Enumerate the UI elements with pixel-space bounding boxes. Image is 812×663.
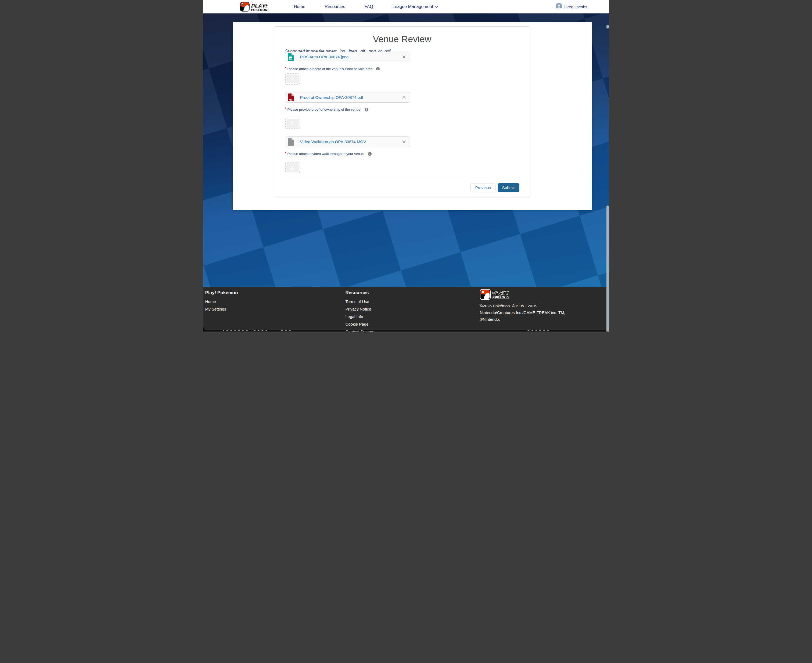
- nav-item-league-management[interactable]: League Management: [393, 4, 438, 9]
- remove-file-button[interactable]: [402, 139, 406, 144]
- field-label-text: Please attach a video walk through of yo…: [288, 152, 365, 156]
- upload-group: Video Walkthrough OPA-30874.MOV *Please …: [285, 136, 519, 173]
- page-title: Venue Review: [285, 34, 519, 44]
- nav-item-faq[interactable]: FAQ: [365, 4, 373, 9]
- copyright-text: ©2026 Pokémon. ©1995 - 2026Nintendo/Crea…: [480, 302, 593, 323]
- file-link[interactable]: POS Area OPA-30874.jpeg: [300, 55, 349, 59]
- field-label: *Please attach a video walk through of y…: [285, 152, 519, 156]
- field-label: *Please provide proof of ownership of th…: [285, 107, 519, 112]
- required-asterisk: *: [285, 151, 286, 155]
- close-icon: [402, 140, 406, 144]
- footer-heading-resources: Resources: [346, 290, 375, 296]
- scrollbar-thumb[interactable]: [607, 205, 609, 332]
- footer-link-my-settings[interactable]: My Settings: [205, 307, 226, 311]
- close-icon: [402, 55, 406, 58]
- uploaded-file-chip: Video Walkthrough OPA-30874.MOV: [285, 136, 410, 147]
- footer-list-item: Legal Info: [346, 314, 375, 319]
- user-avatar-icon: [556, 3, 562, 10]
- chevron-down-icon: [435, 6, 438, 8]
- footer-link-cookie-page[interactable]: Cookie Page: [346, 322, 369, 327]
- logo-play-text: PLAY!: [251, 3, 269, 8]
- footer-link-contact-support[interactable]: Contact Support: [346, 329, 375, 332]
- top-navbar: PLAY! POKÉMON. HomeResourcesFAQLeague Ma…: [203, 0, 609, 13]
- clipped-text-fragment: [527, 330, 551, 331]
- pdf-file-icon: PDF: [288, 93, 294, 102]
- play-pokemon-badge-icon: [240, 2, 250, 13]
- footer-play-pokemon-logo: PLAY! POKÉMON.: [480, 289, 593, 300]
- info-icon[interactable]: [368, 152, 372, 156]
- info-icon[interactable]: [376, 67, 380, 70]
- field-label: *Please attach a photo of the venue’s Po…: [285, 66, 519, 70]
- upload-icon: [286, 163, 299, 172]
- image-file-icon: [288, 53, 294, 61]
- footer-list-item: Privacy Notice: [346, 307, 375, 312]
- upload-group: POS Area OPA-30874.jpeg *Please attach a…: [285, 52, 519, 85]
- content-panel: Venue Review Supported image file types:…: [233, 22, 592, 210]
- remove-file-button[interactable]: [402, 55, 406, 59]
- copyright-line: ®Nintendo.: [480, 316, 593, 323]
- logo-pokemon-text: POKÉMON.: [492, 296, 510, 299]
- upload-group: PDFProof of Ownership OPA-30874.pdf *Ple…: [285, 92, 519, 129]
- primary-nav: HomeResourcesFAQLeague Management: [294, 0, 438, 13]
- logo-play-text: PLAY!: [492, 290, 510, 296]
- field-label-text: Please provide proof of ownership of the…: [288, 107, 361, 112]
- previous-button[interactable]: Previous: [471, 183, 495, 192]
- footer-list-item: Terms of Use: [346, 299, 375, 304]
- footer-list-item: Home: [205, 299, 238, 304]
- upload-icon: [286, 75, 299, 83]
- copyright-line: Nintendo/Creatures Inc./GAME FREAK inc. …: [480, 309, 593, 316]
- submit-button[interactable]: Submit: [498, 183, 519, 192]
- upload-fields: POS Area OPA-30874.jpeg *Please attach a…: [285, 52, 519, 173]
- field-label-text: Please attach a photo of the venue’s Poi…: [288, 66, 373, 70]
- required-asterisk: *: [285, 66, 286, 70]
- clipped-text-fragment: [281, 330, 293, 331]
- upload-icon: [286, 119, 299, 128]
- form-actions: Previous Submit: [285, 183, 519, 192]
- user-menu[interactable]: Greg Jacobs: [556, 0, 587, 13]
- uploaded-file-chip: POS Area OPA-30874.jpeg: [285, 52, 410, 62]
- footer-link-legal-info[interactable]: Legal Info: [346, 314, 363, 319]
- venue-review-card: Venue Review Supported image file types:…: [274, 26, 531, 197]
- logo-pokemon-text: POKÉMON.: [251, 9, 269, 11]
- upload-dropzone[interactable]: [285, 162, 300, 173]
- svg-text:PDF: PDF: [289, 99, 292, 101]
- page-viewport: PLAY! POKÉMON. HomeResourcesFAQLeague Ma…: [203, 0, 609, 332]
- footer-list-item: My Settings: [205, 307, 238, 312]
- footer-column-legal: PLAY! POKÉMON. ©2026 Pokémon. ©1995 - 20…: [480, 289, 593, 323]
- play-pokemon-logo[interactable]: PLAY! POKÉMON.: [240, 2, 269, 13]
- footer-link-home[interactable]: Home: [205, 299, 216, 304]
- remove-file-button[interactable]: [402, 95, 406, 100]
- info-icon[interactable]: [365, 108, 369, 112]
- footer-column-resources: Resources Terms of UsePrivacy NoticeLega…: [346, 290, 375, 332]
- footer-column-play-pokemon: Play! Pokémon HomeMy Settings: [205, 290, 238, 314]
- footer-link-privacy-notice[interactable]: Privacy Notice: [346, 307, 371, 311]
- upload-dropzone[interactable]: [285, 118, 300, 129]
- file-link[interactable]: Proof of Ownership OPA-30874.pdf: [300, 95, 363, 100]
- footer-list-item: Cookie Page: [346, 322, 375, 327]
- footer-link-terms-of-use[interactable]: Terms of Use: [346, 299, 369, 304]
- uploaded-file-chip: PDFProof of Ownership OPA-30874.pdf: [285, 92, 410, 103]
- generic-file-icon: [288, 137, 294, 146]
- play-pokemon-badge-icon: [480, 289, 491, 300]
- nav-item-home[interactable]: Home: [294, 4, 306, 9]
- clipped-text-fragment: [223, 330, 250, 331]
- required-asterisk: *: [285, 107, 286, 111]
- user-name: Greg Jacobs: [564, 5, 587, 9]
- nav-item-resources[interactable]: Resources: [325, 4, 345, 9]
- clipped-text-fragment: [253, 330, 269, 331]
- close-icon: [402, 95, 406, 99]
- scrollbar-thumb-top[interactable]: [607, 25, 609, 29]
- footer: Play! Pokémon HomeMy Settings Resources …: [203, 287, 609, 330]
- footer-list-item: Contact Support: [346, 329, 375, 332]
- copyright-line: ©2026 Pokémon. ©1995 - 2026: [480, 302, 593, 309]
- footer-heading-play-pokemon: Play! Pokémon: [205, 290, 238, 296]
- file-link[interactable]: Video Walkthrough OPA-30874.MOV: [300, 139, 366, 144]
- upload-dropzone[interactable]: [285, 73, 300, 85]
